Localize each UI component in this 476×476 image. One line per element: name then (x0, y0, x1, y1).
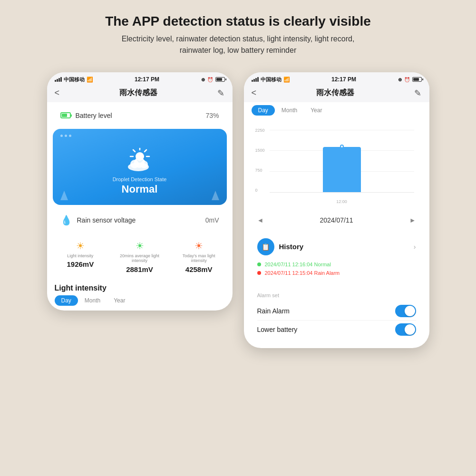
light-value-2: 4258mV (185, 265, 213, 273)
edit-button-right[interactable]: ✎ (414, 88, 421, 98)
left-tabs[interactable]: Day Month Year (47, 295, 233, 311)
tab-month-left[interactable]: Month (78, 295, 107, 306)
phone-left: 中国移动 📶 12:17 PM ⊕ ⏰ < 雨水传感器 ✎ Battery le… (47, 72, 233, 311)
header-subtitle: Electricity level, rainwater detection s… (105, 33, 371, 56)
battery-status-icon-right (412, 77, 422, 82)
battery-label: Battery level (76, 112, 112, 119)
tree-left-icon (60, 191, 68, 200)
alarm-card: Alarm set Rain Alarm Lower battery (250, 287, 424, 344)
chart-x-labels: 12:00 (270, 199, 414, 204)
alarm-row-rain: Rain Alarm (257, 302, 416, 321)
date-next-button[interactable]: ► (409, 216, 416, 224)
y-label-0: 0 (255, 188, 265, 193)
light-card-2: ☀ Today's max light intensity 4258mV (171, 235, 227, 279)
signal-icon-right (252, 77, 259, 82)
droplet-value: Normal (122, 183, 158, 195)
carrier-left: 中国移动 (64, 76, 85, 83)
tab-day-right[interactable]: Day (252, 105, 275, 116)
y-label-2250: 2250 (255, 128, 265, 133)
chart-bar-dot (340, 145, 344, 148)
battery-card: Battery level 73% (53, 106, 227, 125)
phones-container: 中国移动 📶 12:17 PM ⊕ ⏰ < 雨水传感器 ✎ Battery le… (28, 65, 448, 348)
history-dot-green (257, 262, 261, 266)
light-label-1: 20mins average light intensity (116, 253, 164, 264)
wifi-icon-right: 📶 (283, 77, 290, 83)
alarm-label-rain: Rain Alarm (257, 307, 290, 315)
status-bar-right: 中国移动 📶 12:17 PM ⊕ ⏰ (244, 72, 429, 85)
toggle-rain[interactable] (395, 305, 416, 317)
phone-right: 中国移动 📶 12:17 PM ⊕ ⏰ < 雨水传感器 ✎ Day Month … (244, 72, 429, 348)
toggle-knob-battery (405, 324, 415, 335)
weather-card: Droplet Detection State Normal (53, 129, 227, 205)
light-cards-row: ☀ Light intensity 1926mV ☀ 20mins averag… (53, 235, 227, 279)
page-title-right: 雨水传感器 (316, 88, 354, 98)
light-label-2: Today's max light intensity (175, 253, 223, 264)
history-text-1: 2024/07/11 12:15:04 Rain Alarm (265, 270, 340, 276)
light-icon-0: ☀ (76, 240, 85, 252)
x-label-1200: 12:00 (336, 199, 347, 204)
history-arrow[interactable]: › (414, 243, 416, 251)
light-value-0: 1926mV (67, 260, 94, 268)
alarm-label-battery: Lower battery (257, 326, 298, 333)
light-icon-2: ☀ (194, 240, 203, 252)
status-bar-left: 中国移动 📶 12:17 PM ⊕ ⏰ (47, 72, 233, 85)
chart-y-labels: 2250 1500 750 0 (255, 128, 265, 193)
dot-2 (65, 135, 67, 137)
wifi-icon: 📶 (87, 77, 93, 83)
battery-percent: 73% (205, 112, 219, 119)
light-card-0: ☀ Light intensity 1926mV (53, 235, 108, 279)
right-tabs[interactable]: Day Month Year (244, 102, 429, 118)
svg-line-1 (145, 150, 146, 152)
dot-3 (69, 135, 71, 137)
nav-bar-right: < 雨水传感器 ✎ (244, 85, 429, 102)
rain-sensor-value: 0mV (205, 216, 219, 224)
battery-green-icon (60, 112, 71, 118)
time-right: 12:17 PM (331, 76, 356, 83)
history-entry-1: 2024/07/11 12:15:04 Rain Alarm (257, 269, 416, 277)
rain-sensor-card: 💧 Rain sensor voltage 0mV (53, 209, 227, 232)
signal-icon (55, 77, 62, 82)
page-title-left: 雨水传感器 (119, 88, 157, 98)
header-title: The APP detection status is clearly visi… (105, 13, 371, 29)
back-button-right[interactable]: < (252, 88, 257, 98)
chart-bar-main (323, 147, 361, 192)
battery-status-icon (215, 77, 225, 82)
history-card: 📋 History › 2024/07/11 12:16:04 Normal 2… (250, 233, 424, 283)
toggle-battery[interactable] (395, 323, 416, 336)
light-icon-1: ☀ (136, 240, 144, 252)
edit-button-left[interactable]: ✎ (217, 88, 224, 98)
history-text-0: 2024/07/11 12:16:04 Normal (265, 262, 331, 267)
tab-day-left[interactable]: Day (55, 295, 78, 306)
toggle-knob-rain (405, 306, 415, 316)
location-icon-right: ⊕ (398, 77, 402, 82)
svg-point-11 (140, 161, 148, 168)
svg-line-3 (133, 150, 135, 152)
alarm-icon-right: ⏰ (404, 77, 410, 82)
droplet-state-label: Droplet Detection State (113, 176, 167, 182)
date-prev-button[interactable]: ◄ (257, 216, 264, 224)
nav-bar-left: < 雨水传感器 ✎ (47, 85, 233, 102)
light-label-0: Light intensity (67, 253, 93, 259)
chart-bars (270, 130, 414, 193)
back-button-left[interactable]: < (55, 88, 60, 98)
tab-month-right[interactable]: Month (275, 105, 304, 116)
light-card-1: ☀ 20mins average light intensity 2881mV (112, 235, 167, 279)
y-label-1500: 1500 (255, 148, 265, 153)
header-section: The APP detection status is clearly visi… (77, 0, 399, 65)
light-section-title: Light intensity (47, 282, 233, 295)
tab-year-right[interactable]: Year (304, 105, 329, 116)
time-left: 12:17 PM (135, 76, 159, 83)
alarm-row-battery: Lower battery (257, 321, 416, 339)
rain-drop-icon: 💧 (60, 214, 72, 226)
y-label-750: 750 (255, 168, 265, 173)
date-nav: ◄ 2024/07/11 ► (250, 212, 424, 229)
sun-cloud-icon (123, 148, 156, 174)
history-dot-red (257, 271, 261, 275)
history-entry-0: 2024/07/11 12:16:04 Normal (257, 260, 416, 269)
location-icon: ⊕ (201, 77, 205, 82)
light-value-1: 2881mV (126, 265, 153, 273)
date-text: 2024/07/11 (320, 216, 353, 224)
tree-right-icon (212, 191, 219, 200)
alarm-set-label: Alarm set (257, 292, 416, 298)
tab-year-left[interactable]: Year (107, 295, 132, 306)
